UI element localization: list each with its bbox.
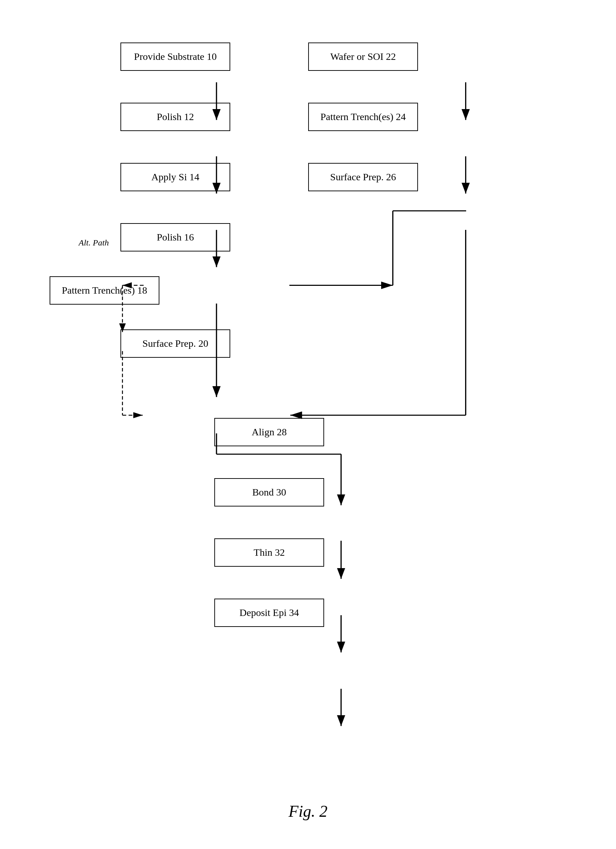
box-wafer-soi: Wafer or SOI 22 bbox=[308, 43, 418, 71]
box-surface-prep-26: Surface Prep. 26 bbox=[308, 163, 418, 191]
box-pattern-trench-18: Pattern Trench(es) 18 bbox=[49, 276, 160, 305]
box-align-28: Align 28 bbox=[214, 418, 324, 446]
page: Provide Substrate 10 Polish 12 Apply Si … bbox=[0, 0, 616, 849]
box-deposit-epi: Deposit Epi 34 bbox=[214, 599, 324, 627]
box-surface-prep-20: Surface Prep. 20 bbox=[121, 329, 230, 358]
alt-path-label: Alt. Path bbox=[79, 238, 109, 247]
box-provide-substrate: Provide Substrate 10 bbox=[121, 43, 230, 71]
box-polish-12: Polish 12 bbox=[121, 103, 230, 131]
arrows-svg bbox=[49, 21, 567, 800]
figure-label: Fig. 2 bbox=[289, 802, 328, 821]
box-thin-32: Thin 32 bbox=[214, 538, 324, 567]
box-polish-16: Polish 16 bbox=[121, 223, 230, 252]
box-pattern-trench-24: Pattern Trench(es) 24 bbox=[308, 103, 418, 131]
box-apply-si: Apply Si 14 bbox=[121, 163, 230, 191]
diagram-area: Provide Substrate 10 Polish 12 Apply Si … bbox=[49, 21, 567, 800]
box-bond-30: Bond 30 bbox=[214, 478, 324, 506]
